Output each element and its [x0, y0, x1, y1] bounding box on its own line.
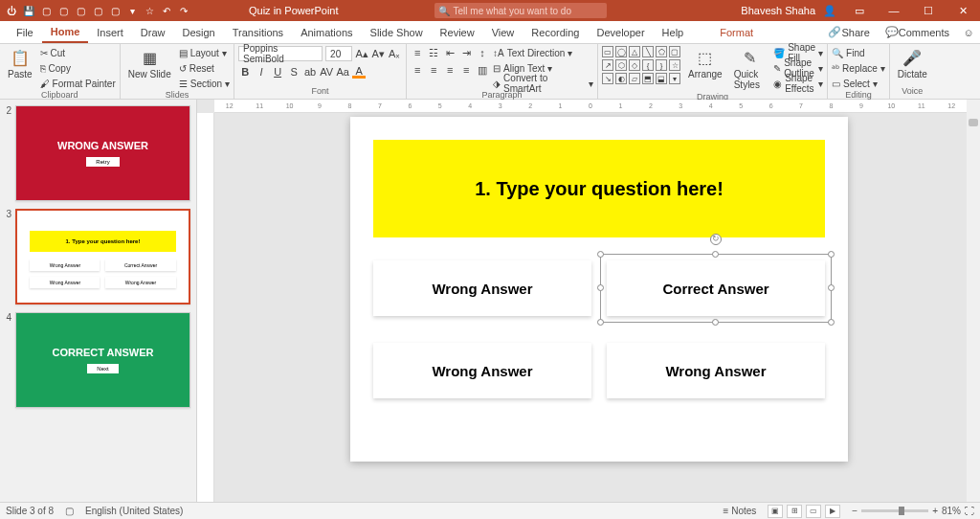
- qat-icon[interactable]: ▢: [38, 3, 54, 18]
- resize-handle[interactable]: [828, 319, 835, 326]
- line-spacing-icon[interactable]: ↕: [476, 46, 489, 59]
- decrease-font-icon[interactable]: A▾: [371, 47, 385, 60]
- columns-icon[interactable]: ▥: [476, 63, 489, 77]
- zoom-out-icon[interactable]: −: [852, 506, 858, 516]
- spell-check-icon[interactable]: ▢: [65, 506, 74, 516]
- align-center-icon[interactable]: ≡: [427, 63, 440, 77]
- clear-format-icon[interactable]: Aₓ: [388, 47, 401, 60]
- dictate-button[interactable]: 🎤Dictate: [894, 46, 931, 81]
- answer-box-2[interactable]: Correct Answer: [607, 260, 825, 316]
- font-name-select[interactable]: Poppins SemiBold: [238, 46, 323, 61]
- case-icon[interactable]: Aa: [336, 65, 349, 79]
- answer-box-1[interactable]: Wrong Answer: [373, 260, 591, 316]
- resize-handle[interactable]: [712, 251, 719, 258]
- user-avatar-icon[interactable]: 👤: [823, 5, 836, 17]
- tab-home[interactable]: Home: [42, 21, 89, 43]
- select-button[interactable]: ▭Select ▾: [832, 77, 885, 90]
- resize-handle[interactable]: [828, 284, 835, 291]
- tab-recording[interactable]: Recording: [523, 21, 588, 43]
- bold-icon[interactable]: B: [238, 65, 252, 79]
- replace-button[interactable]: ᵃᵇReplace ▾: [832, 61, 885, 75]
- redo-icon[interactable]: ↷: [176, 3, 191, 18]
- shape-effects-button[interactable]: ◉Shape Effects ▾: [773, 77, 823, 90]
- resize-handle[interactable]: [597, 319, 604, 326]
- question-box[interactable]: 1. Type your question here!: [373, 140, 825, 237]
- autosave-icon[interactable]: ⏻: [4, 3, 19, 18]
- zoom-in-icon[interactable]: +: [932, 506, 938, 516]
- slide-canvas[interactable]: 1211109876543210123456789101112 1. Type …: [197, 100, 980, 502]
- italic-icon[interactable]: I: [255, 65, 268, 79]
- quick-styles-button[interactable]: ✎Quick Styles: [730, 46, 770, 92]
- tab-file[interactable]: File: [8, 21, 42, 43]
- tab-format[interactable]: Format: [711, 21, 762, 43]
- thumb-slide-3[interactable]: 1. Type your question here! Wrong Answer…: [15, 209, 190, 305]
- justify-icon[interactable]: ≡: [459, 63, 473, 77]
- slide-counter[interactable]: Slide 3 of 8: [6, 506, 54, 516]
- qat-icon[interactable]: ▢: [73, 3, 88, 18]
- tab-draw[interactable]: Draw: [132, 21, 174, 43]
- indent-decrease-icon[interactable]: ⇤: [443, 46, 457, 59]
- notes-button[interactable]: ≡ Notes: [724, 506, 757, 516]
- numbering-icon[interactable]: ☷: [427, 46, 440, 59]
- spacing-icon[interactable]: AV: [320, 65, 333, 79]
- qat-icon[interactable]: ▢: [90, 3, 105, 18]
- align-left-icon[interactable]: ≡: [411, 63, 424, 77]
- zoom-slider[interactable]: [861, 509, 928, 512]
- close-icon[interactable]: ✕: [949, 2, 976, 19]
- shape-gallery[interactable]: ▭◯△╲⬠▢ ↗⬡◇{}☆ ↘◐▱⬒⬓▾: [602, 46, 680, 84]
- share-button[interactable]: 🔗 Share: [820, 21, 877, 43]
- answer-box-4[interactable]: Wrong Answer: [607, 343, 825, 398]
- thumb-slide-2[interactable]: WRONG ANSWER Retry: [15, 105, 190, 201]
- find-button[interactable]: 🔍Find: [832, 46, 885, 59]
- tab-review[interactable]: Review: [432, 21, 483, 43]
- maximize-icon[interactable]: ☐: [915, 2, 942, 19]
- undo-icon[interactable]: ↶: [159, 3, 174, 18]
- copy-button[interactable]: ⎘Copy: [40, 61, 116, 75]
- tab-transitions[interactable]: Transitions: [224, 21, 292, 43]
- tell-me-search[interactable]: 🔍 Tell me what you want to do: [434, 3, 607, 18]
- resize-handle[interactable]: [597, 251, 604, 258]
- text-direction-button[interactable]: ↕AText Direction ▾: [493, 46, 593, 59]
- tab-view[interactable]: View: [483, 21, 523, 43]
- resize-handle[interactable]: [712, 319, 719, 326]
- new-slide-button[interactable]: ▦ New Slide: [124, 46, 175, 81]
- shadow-icon[interactable]: ab: [303, 65, 317, 79]
- ribbon-options-icon[interactable]: ▭: [846, 2, 873, 19]
- align-right-icon[interactable]: ≡: [443, 63, 457, 77]
- reading-view-icon[interactable]: ▭: [806, 505, 821, 518]
- layout-button[interactable]: ▤Layout ▾: [179, 46, 230, 59]
- language-status[interactable]: English (United States): [85, 506, 183, 516]
- comments-button[interactable]: 💬 Comments: [878, 21, 957, 43]
- format-painter-button[interactable]: 🖌Format Painter: [40, 77, 116, 90]
- paste-button[interactable]: 📋 Paste: [4, 46, 36, 81]
- minimize-icon[interactable]: —: [880, 2, 907, 19]
- qat-icon[interactable]: ☆: [142, 3, 157, 18]
- resize-handle[interactable]: [597, 284, 604, 291]
- vertical-scrollbar[interactable]: [967, 100, 980, 502]
- tab-insert[interactable]: Insert: [88, 21, 132, 43]
- arrange-button[interactable]: ⬚Arrange: [684, 46, 726, 81]
- zoom-level[interactable]: 81%: [942, 506, 961, 516]
- increase-font-icon[interactable]: A▴: [355, 47, 368, 60]
- fit-to-window-icon[interactable]: ⛶: [965, 506, 974, 516]
- reset-button[interactable]: ↺Reset: [179, 61, 230, 75]
- qat-icon[interactable]: ▢: [56, 3, 71, 18]
- smartart-button[interactable]: ⬗Convert to SmartArt ▾: [493, 77, 593, 90]
- sorter-view-icon[interactable]: ⊞: [787, 505, 802, 518]
- font-color-icon[interactable]: A: [352, 65, 366, 79]
- tab-design[interactable]: Design: [173, 21, 223, 43]
- font-size-select[interactable]: 20: [325, 46, 352, 61]
- tab-developer[interactable]: Developer: [588, 21, 653, 43]
- tab-help[interactable]: Help: [654, 21, 693, 43]
- tab-animations[interactable]: Animations: [292, 21, 361, 43]
- feedback-icon[interactable]: ☺: [957, 21, 980, 43]
- answer-box-3[interactable]: Wrong Answer: [373, 343, 591, 398]
- bullets-icon[interactable]: ≡: [411, 46, 424, 59]
- tab-slideshow[interactable]: Slide Show: [362, 21, 432, 43]
- qat-icon[interactable]: ▾: [124, 3, 140, 18]
- slideshow-view-icon[interactable]: ▶: [825, 505, 840, 518]
- save-icon[interactable]: 💾: [21, 3, 36, 18]
- resize-handle[interactable]: [828, 251, 835, 258]
- thumb-slide-4[interactable]: CORRECT ANSWER Next: [15, 312, 190, 408]
- underline-icon[interactable]: U: [271, 65, 284, 79]
